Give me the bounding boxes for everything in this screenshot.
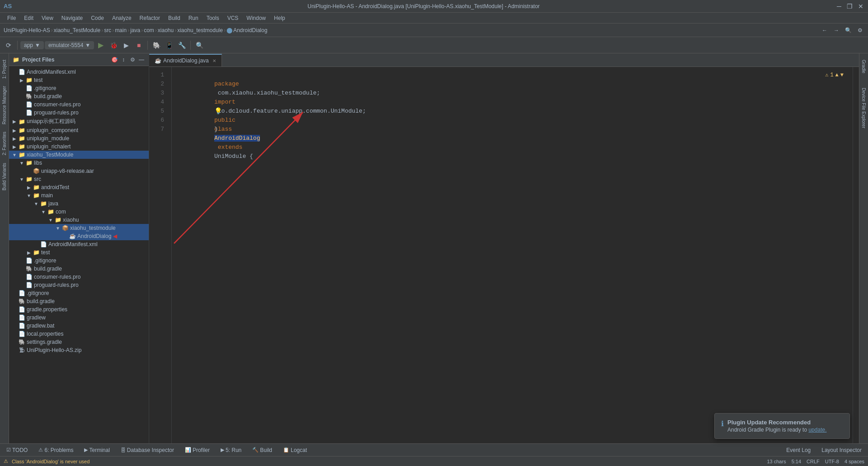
list-item[interactable]: ▼ 📁 main	[9, 191, 149, 200]
list-item[interactable]: ▶ 📁 uniapp示例工程源码	[9, 117, 149, 126]
list-item[interactable]: ▶ 📁 uniplugin_richalert	[9, 143, 149, 151]
panel-settings-icon[interactable]: ⚙	[129, 56, 136, 63]
menu-view[interactable]: View	[38, 14, 57, 22]
list-item[interactable]: ▼ 📁 libs	[9, 159, 149, 167]
list-item[interactable]: 🗜 UniPlugin-Hello-AS.zip	[9, 346, 149, 354]
bottom-logcat-button[interactable]: 📋 Logcat	[280, 446, 310, 454]
menu-build[interactable]: Build	[165, 14, 184, 22]
list-item[interactable]: 📄 gradle.properties	[9, 305, 149, 314]
editor-scrollbar[interactable]	[853, 67, 859, 443]
emulator-config-selector[interactable]: emulator-5554 ▼	[45, 41, 94, 49]
avd-manager-icon[interactable]: 📱	[163, 39, 175, 51]
list-item[interactable]: 📄 proguard-rules.pro	[9, 109, 149, 117]
list-item[interactable]: 🐘 build.gradle	[9, 92, 149, 100]
sidebar-tab-favorites[interactable]: 2: Favorites	[0, 129, 8, 158]
menu-analyze[interactable]: Analyze	[108, 14, 135, 22]
list-item[interactable]: ▶ 📁 uniplugin_module	[9, 134, 149, 143]
menu-tools[interactable]: Tools	[203, 14, 223, 22]
bottom-profiler-button[interactable]: 📊 Profiler	[182, 446, 212, 454]
search-icon[interactable]: 🔍	[844, 26, 853, 35]
menu-file[interactable]: File	[4, 14, 19, 22]
menu-items[interactable]: File Edit View Navigate Code Analyze Ref…	[4, 14, 289, 22]
layout-inspector-button[interactable]: Layout Inspector	[819, 446, 864, 454]
menu-edit[interactable]: Edit	[20, 14, 37, 22]
list-item[interactable]: 📄 .gitignore	[9, 257, 149, 265]
sidebar-tab-buildvariants[interactable]: Build Variants	[0, 160, 8, 193]
menu-help[interactable]: Help	[270, 14, 289, 22]
bottom-todo-button[interactable]: ☑ TODO	[4, 446, 30, 454]
list-item[interactable]: ▼ 📁 java	[9, 200, 149, 208]
run-button[interactable]: ▶	[95, 39, 107, 51]
breadcrumb-xiaohu[interactable]: xiaohu	[158, 27, 174, 33]
breadcrumb-main[interactable]: main	[115, 27, 127, 33]
navigate-forward-icon[interactable]: →	[832, 26, 841, 35]
minimize-button[interactable]: ─	[835, 3, 843, 10]
run-config-selector[interactable]: app ▼	[20, 41, 44, 49]
menu-refactor[interactable]: Refactor	[136, 14, 164, 22]
sidebar-tab-gradle[interactable]: Gradle	[860, 57, 868, 76]
close-button[interactable]: ✕	[857, 3, 864, 10]
breadcrumb-java[interactable]: java	[130, 27, 140, 33]
list-item[interactable]: 📦 uniapp-v8-release.aar	[9, 167, 149, 175]
list-item[interactable]: 📄 gradlew.bat	[9, 322, 149, 330]
list-item[interactable]: 📄 .gitignore	[9, 289, 149, 297]
menu-run[interactable]: Run	[185, 14, 202, 22]
maximize-button[interactable]: ❐	[846, 3, 854, 10]
bottom-build-button[interactable]: 🔨 Build	[250, 446, 275, 454]
bottom-run-button[interactable]: ▶ 5: Run	[218, 446, 244, 454]
list-item[interactable]: 📄 consumer-rules.pro	[9, 100, 149, 109]
menu-code[interactable]: Code	[87, 14, 108, 22]
breadcrumb-com[interactable]: com	[144, 27, 154, 33]
list-item[interactable]: ▼ 📁 xiaohu_TestModule	[9, 151, 149, 159]
list-item[interactable]: ▶ 📁 test	[9, 248, 149, 257]
sdk-manager-icon[interactable]: 🔧	[176, 39, 188, 51]
list-item[interactable]: ▶ 📁 androidTest	[9, 183, 149, 191]
list-item[interactable]: 📄 local.properties	[9, 330, 149, 338]
settings-icon[interactable]: ⚙	[855, 26, 864, 35]
toolbar-search-icon[interactable]: 🔍	[193, 39, 205, 51]
notification-update-link[interactable]: update.	[808, 427, 826, 433]
panel-collapse-icon[interactable]: —	[138, 56, 145, 63]
list-item[interactable]: ▶ 📁 test	[9, 76, 149, 84]
editor-content[interactable]: 1 2 3 4 5 6 7 ⚠ 1 ▲ ▼ package co	[149, 67, 859, 443]
list-item[interactable]: 🐘 settings.gradle	[9, 338, 149, 346]
menu-vcs[interactable]: VCS	[224, 14, 242, 22]
bottom-problems-button[interactable]: ⚠ 6: Problems	[36, 446, 76, 454]
breadcrumb-class[interactable]: AndroidDialog	[233, 27, 267, 33]
list-item[interactable]: 📄 consumer-rules.pro	[9, 273, 149, 281]
sidebar-tab-resource[interactable]: Resource Manager	[0, 83, 8, 127]
title-bar-controls[interactable]: ─ ❐ ✕	[835, 3, 864, 10]
breadcrumb-src[interactable]: src	[104, 27, 111, 33]
run-with-coverage-icon[interactable]: ▶	[120, 39, 132, 51]
menu-window[interactable]: Window	[243, 14, 269, 22]
breadcrumb-package[interactable]: xiaohu_testmodule	[177, 27, 223, 33]
list-item[interactable]: ▼ 📁 com	[9, 208, 149, 216]
code-editor[interactable]: ⚠ 1 ▲ ▼ package com.xiaohu.xiaohu_testmo…	[172, 67, 853, 443]
error-nav-up[interactable]: ▲	[835, 71, 839, 80]
editor-tab-androiddialog[interactable]: ☕ AndroidDialog.java ✕	[149, 54, 222, 67]
tab-close-button[interactable]: ✕	[212, 58, 216, 63]
bottom-database-button[interactable]: 🗄 Database Inspector	[118, 446, 177, 454]
bottom-terminal-button[interactable]: ▶ Terminal	[81, 446, 112, 454]
list-item[interactable]: 📄 .gitignore	[9, 84, 149, 92]
breadcrumb-project[interactable]: UniPlugin-Hello-AS	[4, 27, 50, 33]
event-log-button[interactable]: Event Log	[783, 446, 813, 454]
list-item[interactable]: ▶ 📁 uniplugin_component	[9, 126, 149, 134]
list-item[interactable]: 📄 gradlew	[9, 314, 149, 322]
list-item[interactable]: 🐘 build.gradle	[9, 297, 149, 305]
panel-expand-icon[interactable]: ↕	[120, 56, 127, 63]
sync-gradle-icon[interactable]: 🐘	[151, 39, 162, 51]
debug-button[interactable]: 🐞	[108, 39, 119, 51]
sidebar-tab-project[interactable]: 1: Project	[0, 57, 8, 81]
list-item-xiaohu-testmodule[interactable]: ▼ 📦 xiaohu_testmodule	[9, 224, 149, 232]
list-item[interactable]: 📄 AndroidManifest.xml	[9, 68, 149, 76]
stop-button[interactable]: ■	[133, 39, 145, 51]
list-item[interactable]: ▼ 📁 xiaohu	[9, 216, 149, 224]
breadcrumb-module[interactable]: xiaohu_TestModule	[54, 27, 100, 33]
list-item[interactable]: 🐘 build.gradle	[9, 265, 149, 273]
panel-locate-icon[interactable]: 🎯	[111, 56, 118, 63]
list-item[interactable]: 📄 AndroidManifest.xml	[9, 240, 149, 248]
menu-navigate[interactable]: Navigate	[58, 14, 86, 22]
sidebar-tab-device-file[interactable]: Device File Explorer	[860, 85, 868, 131]
list-item[interactable]: ▼ 📁 src	[9, 175, 149, 183]
